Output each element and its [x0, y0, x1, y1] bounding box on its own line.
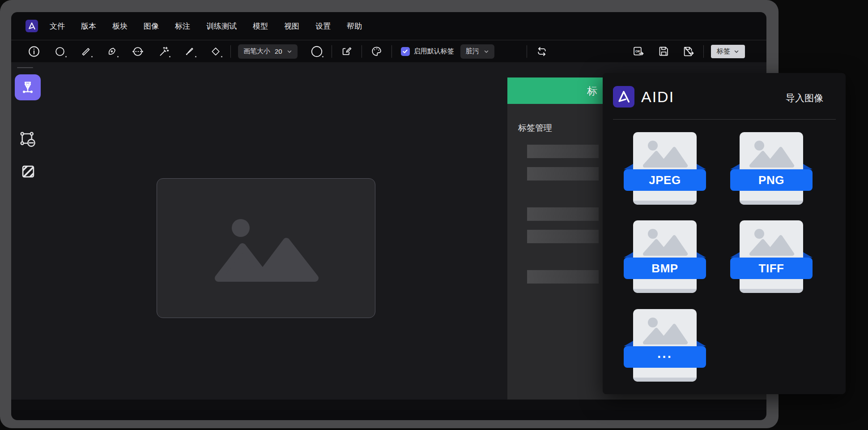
format-card-bmp[interactable]: BMP	[624, 220, 706, 293]
menu-item-version[interactable]: 版本	[81, 21, 96, 31]
import-image-dialog: AIDI 导入图像 JPEG PNG BMP TIFF ...	[603, 73, 846, 394]
ribbon-fold	[624, 341, 633, 346]
format-card-tiff[interactable]: TIFF	[730, 220, 813, 293]
app-logo-icon	[26, 20, 38, 32]
default-label-checkbox-label: 启用默认标签	[414, 47, 454, 56]
toolbar-right-group: OK 标签	[631, 44, 745, 59]
label-menu-button-text: 标签	[717, 47, 730, 56]
screenshot-stage: 文件 版本 板块 图像 标注 训练测试 模型 视图 设置 帮助	[0, 0, 868, 430]
menu-item-annotation[interactable]: 标注	[175, 21, 190, 31]
label-class-dropdown[interactable]: 脏污	[460, 44, 494, 59]
chevron-down-icon	[484, 49, 489, 54]
brush-size-label: 画笔大小	[243, 47, 270, 56]
menu-item-image[interactable]: 图像	[144, 21, 159, 31]
toolbar-divider	[703, 45, 704, 58]
label-manager-title: 标签管理	[518, 122, 552, 134]
fill-pattern-tool[interactable]	[19, 163, 37, 181]
ribbon-fold	[697, 252, 706, 258]
eraser-tool-icon[interactable]	[208, 44, 223, 59]
image-thumbnail-icon	[639, 315, 690, 344]
menu-item-train-test[interactable]: 训练测试	[206, 21, 237, 31]
menu-item-help[interactable]: 帮助	[347, 21, 362, 31]
format-card-jpeg[interactable]: JPEG	[624, 132, 706, 205]
exclude-region-tool[interactable]	[18, 129, 38, 149]
aidi-brand-text: AIDI	[641, 88, 674, 106]
label-class-value: 脏污	[466, 47, 479, 56]
chevron-down-icon	[734, 49, 739, 54]
image-thumbnail-icon	[746, 226, 797, 256]
pencil-tool-icon[interactable]	[78, 44, 94, 59]
format-card-more[interactable]: ...	[624, 309, 706, 382]
menu-item-view[interactable]: 视图	[284, 21, 299, 31]
save-icon[interactable]	[656, 44, 671, 59]
image-thumbnail-icon	[639, 226, 690, 256]
format-label: JPEG	[649, 173, 681, 187]
pen-nib-tool-icon[interactable]	[104, 44, 119, 59]
format-label: BMP	[651, 262, 678, 275]
image-placeholder-icon	[210, 215, 322, 282]
skeleton-row	[527, 230, 599, 243]
default-label-checkbox[interactable]	[401, 47, 410, 56]
brush-size-dropdown[interactable]: 画笔大小 20	[238, 44, 298, 59]
brush-tool-icon[interactable]	[182, 44, 197, 59]
ribbon-fold	[697, 164, 706, 169]
format-ribbon: JPEG	[624, 169, 706, 191]
palette-icon[interactable]	[369, 44, 384, 59]
svg-text:OK: OK	[635, 49, 641, 53]
format-ribbon: ...	[624, 346, 706, 368]
image-thumbnail-icon	[639, 138, 690, 168]
ribbon-fold	[697, 341, 706, 346]
pen-anchor-tool[interactable]	[15, 74, 41, 100]
toolbar-divider	[362, 45, 362, 58]
brush-size-value: 20	[275, 47, 282, 55]
ok-submit-icon[interactable]: OK	[631, 44, 646, 59]
aidi-logo-icon	[613, 86, 634, 108]
menu-item-file[interactable]: 文件	[50, 21, 65, 31]
chevron-down-icon	[287, 49, 292, 54]
format-ribbon: BMP	[624, 258, 706, 279]
ribbon-fold	[624, 164, 633, 169]
toolbar-divider	[230, 45, 231, 58]
ribbon-fold	[624, 252, 633, 258]
canvas-image-placeholder	[157, 178, 375, 318]
loop-icon[interactable]	[534, 44, 549, 59]
info-icon[interactable]	[26, 44, 42, 59]
sidebar-divider	[17, 67, 33, 68]
ribbon-fold	[730, 252, 740, 258]
ribbon-fold	[730, 164, 740, 169]
format-card-png[interactable]: PNG	[730, 132, 813, 205]
menu-items: 文件 版本 板块 图像 标注 训练测试 模型 视图 设置 帮助	[50, 21, 362, 31]
format-label: TIFF	[759, 262, 784, 275]
format-label: PNG	[758, 173, 784, 187]
circle-brush-icon[interactable]	[309, 44, 324, 59]
ellipse-dashed-tool-icon[interactable]	[130, 44, 145, 59]
save-export-icon[interactable]	[681, 44, 696, 59]
menu-item-model[interactable]: 模型	[253, 21, 268, 31]
menu-item-section[interactable]: 板块	[112, 21, 128, 31]
dialog-divider	[613, 119, 836, 120]
skeleton-row	[527, 207, 599, 221]
skeleton-row	[527, 145, 599, 158]
format-ribbon: TIFF	[730, 258, 813, 279]
image-thumbnail-icon	[746, 138, 797, 168]
status-bar	[11, 400, 766, 410]
label-panel-header-text: 标	[587, 84, 597, 98]
more-formats-label: ...	[657, 346, 672, 361]
ribbon-fold	[803, 164, 813, 169]
circle-tool-icon[interactable]	[52, 44, 68, 59]
label-transform-icon[interactable]	[339, 44, 354, 59]
skeleton-row	[527, 270, 599, 284]
format-ribbon: PNG	[730, 169, 813, 191]
skeleton-row	[527, 167, 599, 181]
menu-bar: 文件 版本 板块 图像 标注 训练测试 模型 视图 设置 帮助	[11, 12, 766, 40]
toolbar-divider	[332, 45, 332, 58]
toolbar: 画笔大小 20 启用默认标签 脏污	[11, 40, 766, 62]
toolbar-divider	[527, 45, 527, 58]
toolbar-divider	[391, 45, 392, 58]
menu-item-settings[interactable]: 设置	[315, 21, 331, 31]
ribbon-fold	[803, 252, 813, 258]
label-menu-button[interactable]: 标签	[711, 45, 745, 58]
import-image-title: 导入图像	[786, 92, 823, 104]
magic-wand-tool-icon[interactable]	[156, 44, 171, 59]
